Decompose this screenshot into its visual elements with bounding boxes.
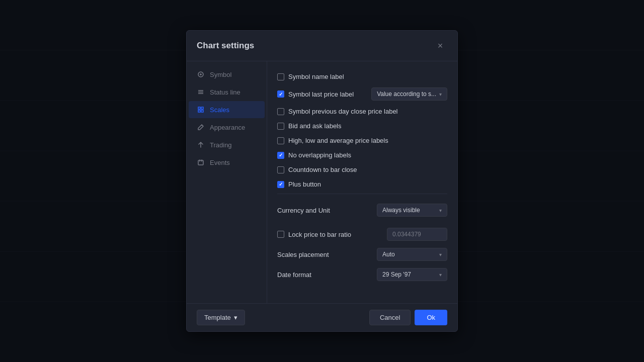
plus-button-checkbox[interactable] bbox=[277, 181, 284, 188]
nav-sidebar: Symbol Status line bbox=[187, 61, 267, 303]
countdown-row: Countdown to bar close bbox=[277, 162, 447, 177]
dialog-body: Symbol Status line bbox=[187, 61, 457, 303]
symbol-prev-day-row: Symbol previous day close price label bbox=[277, 104, 447, 119]
sidebar-item-trading-label: Trading bbox=[210, 141, 232, 149]
no-overlapping-row: No overlapping labels bbox=[277, 148, 447, 162]
svg-rect-15 bbox=[198, 160, 203, 165]
lock-price-text: Lock price to bar ratio bbox=[288, 231, 351, 238]
chart-settings-dialog: Chart settings × Symbol bbox=[186, 30, 458, 332]
sidebar-item-symbol[interactable]: Symbol bbox=[189, 66, 265, 83]
symbol-last-price-checkbox[interactable] bbox=[277, 90, 284, 98]
trading-icon bbox=[197, 141, 205, 149]
sidebar-item-appearance-label: Appearance bbox=[210, 124, 245, 131]
symbol-last-price-dropdown-value: Value according to s... bbox=[377, 90, 436, 98]
date-format-dropdown-arrow: ▾ bbox=[439, 272, 442, 278]
ok-button[interactable]: Ok bbox=[415, 310, 447, 325]
symbol-last-price-row: Symbol last price label Value according … bbox=[277, 84, 447, 104]
sidebar-item-events[interactable]: Events bbox=[189, 154, 265, 171]
template-button[interactable]: Template ▾ bbox=[197, 310, 245, 325]
no-overlapping-text: No overlapping labels bbox=[288, 151, 351, 159]
scales-placement-dropdown-arrow: ▾ bbox=[439, 252, 442, 257]
dialog-header: Chart settings × bbox=[187, 31, 457, 61]
appearance-icon bbox=[197, 123, 205, 131]
plus-button-row: Plus button bbox=[277, 177, 447, 192]
currency-unit-dropdown-arrow: ▾ bbox=[439, 208, 442, 213]
symbol-icon bbox=[197, 70, 205, 78]
no-overlapping-checkbox[interactable] bbox=[277, 152, 284, 159]
bid-ask-row: Bid and ask labels bbox=[277, 119, 447, 133]
lock-price-row: Lock price to bar ratio bbox=[277, 224, 447, 244]
dialog-footer: Template ▾ Cancel Ok bbox=[187, 303, 457, 331]
sidebar-item-events-label: Events bbox=[210, 159, 230, 166]
scales-icon bbox=[197, 106, 205, 114]
sidebar-item-symbol-label: Symbol bbox=[210, 71, 231, 78]
cancel-button[interactable]: Cancel bbox=[369, 310, 411, 325]
divider-1 bbox=[277, 194, 447, 194]
sidebar-item-trading[interactable]: Trading bbox=[189, 136, 265, 153]
scales-placement-dropdown[interactable]: Auto ▾ bbox=[377, 248, 447, 261]
status-line-icon bbox=[197, 88, 205, 96]
bid-ask-text: Bid and ask labels bbox=[288, 122, 342, 130]
symbol-prev-day-text: Symbol previous day close price label bbox=[288, 108, 398, 115]
bid-ask-checkbox[interactable] bbox=[277, 123, 284, 130]
sidebar-item-appearance[interactable]: Appearance bbox=[189, 119, 265, 136]
svg-rect-11 bbox=[198, 107, 200, 109]
footer-actions: Cancel Ok bbox=[369, 310, 447, 325]
symbol-prev-day-checkbox[interactable] bbox=[277, 108, 284, 115]
close-button[interactable]: × bbox=[433, 39, 447, 53]
svg-rect-12 bbox=[201, 107, 203, 109]
date-format-dropdown[interactable]: 29 Sep '97 ▾ bbox=[377, 268, 447, 281]
svg-rect-13 bbox=[198, 110, 200, 112]
symbol-last-price-dropdown-arrow: ▾ bbox=[439, 92, 442, 97]
high-low-avg-checkbox[interactable] bbox=[277, 137, 284, 144]
lock-price-checkbox[interactable] bbox=[277, 231, 284, 238]
sidebar-item-status-line[interactable]: Status line bbox=[189, 83, 265, 101]
currency-unit-row: Currency and Unit Always visible ▾ bbox=[277, 200, 447, 220]
lock-price-input[interactable] bbox=[387, 228, 447, 241]
scales-placement-text: Scales placement bbox=[277, 251, 329, 258]
sidebar-item-scales[interactable]: Scales bbox=[189, 101, 265, 118]
scales-placement-dropdown-value: Auto bbox=[382, 251, 395, 258]
template-arrow-icon: ▾ bbox=[234, 314, 237, 321]
currency-unit-dropdown[interactable]: Always visible ▾ bbox=[377, 204, 447, 217]
events-icon bbox=[197, 158, 205, 166]
symbol-name-label-text: Symbol name label bbox=[288, 73, 344, 80]
dialog-overlay: Chart settings × Symbol bbox=[0, 0, 644, 362]
high-low-avg-text: High, low and average price labels bbox=[288, 137, 388, 144]
currency-unit-dropdown-value: Always visible bbox=[382, 207, 420, 214]
template-label: Template bbox=[204, 314, 231, 321]
scales-placement-row: Scales placement Auto ▾ bbox=[277, 244, 447, 264]
dialog-title: Chart settings bbox=[197, 41, 254, 51]
symbol-name-label-checkbox[interactable] bbox=[277, 73, 284, 80]
countdown-text: Countdown to bar close bbox=[288, 166, 357, 173]
countdown-checkbox[interactable] bbox=[277, 166, 284, 173]
sidebar-item-scales-label: Scales bbox=[210, 106, 229, 114]
section-divider-1 bbox=[277, 196, 447, 200]
section-divider-2 bbox=[277, 220, 447, 224]
svg-rect-14 bbox=[201, 110, 203, 112]
settings-content: Symbol name label Symbol last price labe… bbox=[267, 61, 457, 303]
symbol-last-price-text: Symbol last price label bbox=[288, 90, 354, 98]
sidebar-item-status-line-label: Status line bbox=[210, 88, 240, 96]
date-format-text: Date format bbox=[277, 271, 311, 279]
high-low-avg-row: High, low and average price labels bbox=[277, 133, 447, 148]
date-format-row: Date format 29 Sep '97 ▾ bbox=[277, 264, 447, 285]
date-format-dropdown-value: 29 Sep '97 bbox=[382, 271, 411, 278]
symbol-name-label-row: Symbol name label bbox=[277, 69, 447, 84]
plus-button-text: Plus button bbox=[288, 180, 321, 188]
symbol-last-price-dropdown[interactable]: Value according to s... ▾ bbox=[371, 87, 447, 101]
currency-unit-text: Currency and Unit bbox=[277, 207, 330, 214]
